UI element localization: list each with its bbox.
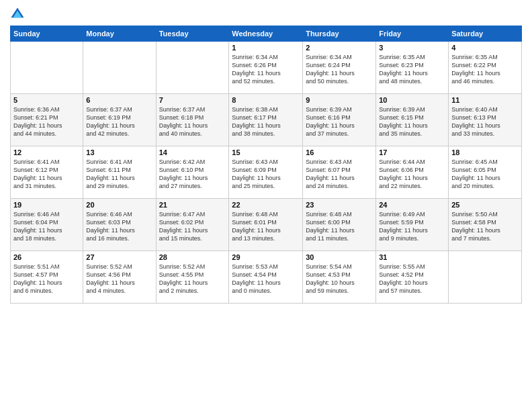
table-row: 1Sunrise: 6:34 AM Sunset: 6:26 PM Daylig… [229, 42, 303, 94]
day-info: Sunrise: 6:47 AM Sunset: 6:02 PM Dayligh… [159, 210, 226, 243]
col-saturday: Saturday [449, 26, 522, 42]
day-info: Sunrise: 6:46 AM Sunset: 6:04 PM Dayligh… [13, 210, 80, 243]
day-number: 11 [451, 96, 519, 104]
day-number: 14 [159, 148, 226, 156]
day-info: Sunrise: 6:39 AM Sunset: 6:16 PM Dayligh… [306, 105, 373, 138]
day-number: 30 [306, 253, 373, 261]
day-info: Sunrise: 6:34 AM Sunset: 6:26 PM Dayligh… [232, 53, 300, 86]
table-row: 30Sunrise: 5:54 AM Sunset: 4:53 PM Dayli… [303, 251, 376, 304]
day-info: Sunrise: 6:34 AM Sunset: 6:24 PM Dayligh… [306, 53, 373, 86]
header [10, 7, 522, 21]
table-row: 20Sunrise: 6:46 AM Sunset: 6:03 PM Dayli… [83, 199, 156, 251]
table-row [11, 42, 83, 94]
day-number: 12 [13, 148, 80, 156]
table-row: 9Sunrise: 6:39 AM Sunset: 6:16 PM Daylig… [303, 94, 376, 146]
day-info: Sunrise: 5:54 AM Sunset: 4:53 PM Dayligh… [306, 263, 373, 295]
table-row: 8Sunrise: 6:38 AM Sunset: 6:17 PM Daylig… [229, 94, 303, 146]
logo-icon [10, 7, 25, 21]
table-row: 24Sunrise: 6:49 AM Sunset: 5:59 PM Dayli… [376, 199, 449, 251]
day-number: 6 [86, 96, 152, 104]
table-row [83, 42, 156, 94]
day-number: 28 [159, 253, 226, 261]
day-info: Sunrise: 6:40 AM Sunset: 6:13 PM Dayligh… [451, 105, 519, 138]
day-info: Sunrise: 5:52 AM Sunset: 4:56 PM Dayligh… [86, 263, 152, 295]
table-row: 19Sunrise: 6:46 AM Sunset: 6:04 PM Dayli… [11, 199, 83, 251]
day-number: 15 [232, 148, 300, 156]
col-sunday: Sunday [11, 26, 83, 42]
day-number: 27 [86, 253, 152, 261]
day-info: Sunrise: 6:35 AM Sunset: 6:22 PM Dayligh… [451, 53, 519, 86]
day-info: Sunrise: 6:38 AM Sunset: 6:17 PM Dayligh… [232, 105, 300, 138]
day-info: Sunrise: 6:36 AM Sunset: 6:21 PM Dayligh… [13, 105, 80, 138]
day-info: Sunrise: 5:53 AM Sunset: 4:54 PM Dayligh… [232, 263, 300, 295]
table-row: 27Sunrise: 5:52 AM Sunset: 4:56 PM Dayli… [83, 251, 156, 304]
table-row: 15Sunrise: 6:43 AM Sunset: 6:09 PM Dayli… [229, 146, 303, 199]
day-info: Sunrise: 6:48 AM Sunset: 6:00 PM Dayligh… [306, 210, 373, 243]
table-row [156, 42, 229, 94]
col-wednesday: Wednesday [229, 26, 303, 42]
day-number: 18 [451, 148, 519, 156]
table-row: 7Sunrise: 6:37 AM Sunset: 6:18 PM Daylig… [156, 94, 229, 146]
col-thursday: Thursday [303, 26, 376, 42]
day-number: 5 [13, 96, 80, 104]
day-info: Sunrise: 5:50 AM Sunset: 4:58 PM Dayligh… [451, 210, 519, 243]
table-row: 12Sunrise: 6:41 AM Sunset: 6:12 PM Dayli… [11, 146, 83, 199]
table-row: 4Sunrise: 6:35 AM Sunset: 6:22 PM Daylig… [449, 42, 522, 94]
day-info: Sunrise: 6:41 AM Sunset: 6:11 PM Dayligh… [86, 158, 152, 191]
table-row: 2Sunrise: 6:34 AM Sunset: 6:24 PM Daylig… [303, 42, 376, 94]
day-number: 21 [159, 201, 226, 209]
day-info: Sunrise: 6:48 AM Sunset: 6:01 PM Dayligh… [232, 210, 300, 243]
day-info: Sunrise: 5:52 AM Sunset: 4:55 PM Dayligh… [159, 263, 226, 295]
day-info: Sunrise: 6:39 AM Sunset: 6:15 PM Dayligh… [379, 105, 445, 138]
day-number: 29 [232, 253, 300, 261]
day-number: 8 [232, 96, 300, 104]
day-number: 1 [232, 44, 300, 52]
day-number: 20 [86, 201, 152, 209]
day-number: 9 [306, 96, 373, 104]
table-row: 3Sunrise: 6:35 AM Sunset: 6:23 PM Daylig… [376, 42, 449, 94]
table-row: 14Sunrise: 6:42 AM Sunset: 6:10 PM Dayli… [156, 146, 229, 199]
day-info: Sunrise: 6:41 AM Sunset: 6:12 PM Dayligh… [13, 158, 80, 191]
table-row: 22Sunrise: 6:48 AM Sunset: 6:01 PM Dayli… [229, 199, 303, 251]
day-info: Sunrise: 6:44 AM Sunset: 6:06 PM Dayligh… [379, 158, 445, 191]
day-number: 31 [379, 253, 445, 261]
day-number: 26 [13, 253, 80, 261]
table-row: 11Sunrise: 6:40 AM Sunset: 6:13 PM Dayli… [449, 94, 522, 146]
calendar-header: Sunday Monday Tuesday Wednesday Thursday… [11, 26, 522, 42]
day-number: 10 [379, 96, 445, 104]
logo [10, 7, 28, 21]
table-row: 25Sunrise: 5:50 AM Sunset: 4:58 PM Dayli… [449, 199, 522, 251]
day-number: 16 [306, 148, 373, 156]
day-info: Sunrise: 6:43 AM Sunset: 6:07 PM Dayligh… [306, 158, 373, 191]
header-row: Sunday Monday Tuesday Wednesday Thursday… [11, 26, 522, 42]
day-number: 3 [379, 44, 445, 52]
col-tuesday: Tuesday [156, 26, 229, 42]
day-number: 17 [379, 148, 445, 156]
day-info: Sunrise: 6:37 AM Sunset: 6:19 PM Dayligh… [86, 105, 152, 138]
day-number: 4 [451, 44, 519, 52]
day-number: 19 [13, 201, 80, 209]
day-number: 7 [159, 96, 226, 104]
table-row: 18Sunrise: 6:45 AM Sunset: 6:05 PM Dayli… [449, 146, 522, 199]
calendar-body: 1Sunrise: 6:34 AM Sunset: 6:26 PM Daylig… [11, 42, 522, 304]
table-row: 13Sunrise: 6:41 AM Sunset: 6:11 PM Dayli… [83, 146, 156, 199]
col-monday: Monday [83, 26, 156, 42]
day-number: 13 [86, 148, 152, 156]
day-number: 2 [306, 44, 373, 52]
day-info: Sunrise: 5:55 AM Sunset: 4:52 PM Dayligh… [379, 263, 445, 295]
day-number: 23 [306, 201, 373, 209]
table-row: 31Sunrise: 5:55 AM Sunset: 4:52 PM Dayli… [376, 251, 449, 304]
day-info: Sunrise: 6:49 AM Sunset: 5:59 PM Dayligh… [379, 210, 445, 243]
table-row: 21Sunrise: 6:47 AM Sunset: 6:02 PM Dayli… [156, 199, 229, 251]
table-row: 26Sunrise: 5:51 AM Sunset: 4:57 PM Dayli… [11, 251, 83, 304]
day-info: Sunrise: 6:37 AM Sunset: 6:18 PM Dayligh… [159, 105, 226, 138]
day-info: Sunrise: 6:45 AM Sunset: 6:05 PM Dayligh… [451, 158, 519, 191]
table-row: 29Sunrise: 5:53 AM Sunset: 4:54 PM Dayli… [229, 251, 303, 304]
col-friday: Friday [376, 26, 449, 42]
table-row [449, 251, 522, 304]
day-number: 22 [232, 201, 300, 209]
day-info: Sunrise: 6:42 AM Sunset: 6:10 PM Dayligh… [159, 158, 226, 191]
table-row: 23Sunrise: 6:48 AM Sunset: 6:00 PM Dayli… [303, 199, 376, 251]
day-info: Sunrise: 5:51 AM Sunset: 4:57 PM Dayligh… [13, 263, 80, 295]
calendar: Sunday Monday Tuesday Wednesday Thursday… [10, 26, 522, 304]
